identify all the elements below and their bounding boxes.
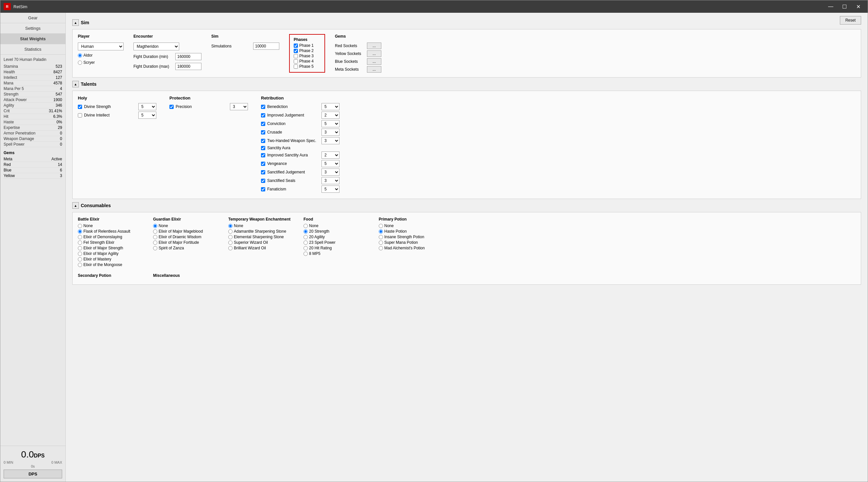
- consumables-toggle[interactable]: ▲: [72, 202, 79, 209]
- phase-5-row: Phase 5: [294, 64, 320, 69]
- simulations-group: Sim Simulations: [211, 34, 279, 50]
- elixir-major-strength-option: Elixir of Major Strength: [78, 246, 143, 250]
- crusade-checkbox[interactable]: [261, 130, 265, 134]
- encounter-group: Encounter Magtheridon Gruul Fight Durati…: [133, 34, 202, 70]
- battle-elixir-title: Battle Elixir: [78, 217, 143, 221]
- gems-config: Red Sockets ... Yellow Sockets ... Blue …: [335, 42, 387, 73]
- close-button[interactable]: ✕: [852, 2, 864, 11]
- phase-2-checkbox[interactable]: [294, 49, 298, 53]
- dps-value: 0.0DPS: [4, 449, 62, 460]
- elixir-mongoose-option: Elixir of the Mongoose: [78, 263, 143, 267]
- sim-toggle[interactable]: ▲: [72, 19, 79, 26]
- guardian-none-radio[interactable]: [153, 224, 157, 228]
- blue-sockets-button[interactable]: ...: [367, 58, 381, 65]
- elixir-mastery-radio[interactable]: [78, 257, 82, 262]
- conviction-select[interactable]: 51234: [321, 120, 339, 127]
- food-none-radio[interactable]: [304, 224, 308, 228]
- sanctified-seals-select[interactable]: 312: [321, 177, 339, 184]
- yellow-sockets-button[interactable]: ...: [367, 51, 381, 57]
- battle-none-radio[interactable]: [78, 224, 82, 228]
- conviction-checkbox[interactable]: [261, 122, 265, 126]
- flask-relentless-assault-radio[interactable]: [78, 230, 82, 234]
- vengeance-checkbox[interactable]: [261, 162, 265, 166]
- two-handed-weapon-spec-select[interactable]: 312: [321, 137, 339, 144]
- food-8-mp5-radio[interactable]: [304, 252, 308, 256]
- spirit-of-zanza-radio[interactable]: [153, 246, 157, 250]
- elixir-major-mageblood-radio[interactable]: [153, 230, 157, 234]
- elixir-major-agility-radio[interactable]: [78, 252, 82, 256]
- encounter-select[interactable]: Magtheridon Gruul: [133, 42, 179, 51]
- precision-checkbox[interactable]: [169, 105, 174, 109]
- elixir-demonslaying-radio[interactable]: [78, 235, 82, 239]
- aldor-radio[interactable]: [78, 53, 82, 58]
- food-23-spell-power-radio[interactable]: [304, 241, 308, 245]
- fanaticism-checkbox[interactable]: [261, 187, 265, 191]
- meta-sockets-button[interactable]: ...: [367, 66, 381, 73]
- superior-wizard-oil-radio[interactable]: [228, 241, 232, 245]
- sidebar-item-stat-weights[interactable]: Stat Weights: [0, 34, 65, 44]
- minimize-button[interactable]: —: [825, 2, 837, 11]
- weapon-none-radio[interactable]: [228, 224, 232, 228]
- phase-1-checkbox[interactable]: [294, 43, 298, 48]
- fel-strength-elixir-radio[interactable]: [78, 241, 82, 245]
- primary-potion-none-radio[interactable]: [379, 224, 383, 228]
- precision-select[interactable]: 312: [230, 103, 248, 110]
- haste-potion-radio[interactable]: [379, 230, 383, 234]
- sanctity-aura-checkbox[interactable]: [261, 146, 265, 150]
- sidebar-item-gear[interactable]: Gear: [0, 13, 65, 23]
- adamantite-sharpening-radio[interactable]: [228, 230, 232, 234]
- benediction-checkbox[interactable]: [261, 105, 265, 109]
- elixir-major-fortitude-radio[interactable]: [153, 241, 157, 245]
- sanctified-seals-checkbox[interactable]: [261, 179, 265, 183]
- player-select[interactable]: Human Dwarf Draenei: [78, 42, 124, 51]
- improved-sanctity-aura-checkbox[interactable]: [261, 153, 265, 157]
- phase-5-checkbox[interactable]: [294, 64, 298, 69]
- fanaticism-select[interactable]: 51234: [321, 185, 339, 193]
- scryer-radio[interactable]: [78, 61, 82, 65]
- improved-sanctity-aura-select[interactable]: 21: [321, 151, 339, 159]
- divine-intellect-select[interactable]: 51234: [138, 112, 156, 119]
- sim-title: Sim: [81, 20, 89, 25]
- talents-toggle[interactable]: ▲: [72, 81, 79, 87]
- benediction-select[interactable]: 51234: [321, 103, 339, 110]
- sidebar-item-statistics[interactable]: Statistics: [0, 44, 65, 55]
- improved-judgement-checkbox[interactable]: [261, 113, 265, 118]
- two-handed-weapon-spec-checkbox[interactable]: [261, 139, 265, 143]
- dps-minmax: 0 MIN 0 MAX: [4, 460, 62, 464]
- sanctified-judgement-select[interactable]: 312: [321, 169, 339, 176]
- divine-strength-checkbox[interactable]: [78, 105, 82, 109]
- phase-4-checkbox[interactable]: [294, 59, 298, 63]
- food-20-strength-radio[interactable]: [304, 230, 308, 234]
- mad-alchemists-potion-radio[interactable]: [379, 246, 383, 250]
- fight-duration-min-input[interactable]: [175, 53, 202, 60]
- sidebar-item-settings[interactable]: Settings: [0, 23, 65, 34]
- titlebar: R RetSim — ☐ ✕: [0, 0, 868, 13]
- divine-intellect-checkbox[interactable]: [78, 113, 82, 118]
- dps-button[interactable]: DPS: [4, 470, 62, 478]
- simulations-input[interactable]: [253, 42, 279, 50]
- sanctified-judgement-checkbox[interactable]: [261, 170, 265, 174]
- stat-mana: Mana 4578: [4, 81, 62, 86]
- maximize-button[interactable]: ☐: [838, 2, 851, 11]
- phase-3-checkbox[interactable]: [294, 54, 298, 58]
- food-title: Food: [304, 217, 369, 221]
- improved-sanctity-aura-row: Improved Sanctity Aura 21: [261, 151, 339, 159]
- crusade-select[interactable]: 312: [321, 129, 339, 136]
- red-sockets-button[interactable]: ...: [367, 42, 381, 49]
- vengeance-select[interactable]: 51234: [321, 160, 339, 167]
- improved-judgement-select[interactable]: 21: [321, 112, 339, 119]
- reset-button[interactable]: Reset: [840, 16, 861, 25]
- main-content: Gear Settings Stat Weights Statistics Le…: [0, 13, 868, 482]
- super-mana-potion-radio[interactable]: [379, 241, 383, 245]
- fight-duration-max-input[interactable]: [175, 63, 202, 70]
- insane-strength-potion-radio[interactable]: [379, 235, 383, 239]
- sidebar-nav: Gear Settings Stat Weights Statistics: [0, 13, 65, 55]
- food-20-agility-radio[interactable]: [304, 235, 308, 239]
- elixir-mongoose-radio[interactable]: [78, 263, 82, 267]
- elemental-sharpening-radio[interactable]: [228, 235, 232, 239]
- brilliant-wizard-oil-radio[interactable]: [228, 246, 232, 250]
- elixir-major-strength-radio[interactable]: [78, 246, 82, 250]
- food-20-hit-rating-radio[interactable]: [304, 246, 308, 250]
- elixir-draenic-wisdom-radio[interactable]: [153, 235, 157, 239]
- divine-strength-select[interactable]: 51234: [138, 103, 156, 110]
